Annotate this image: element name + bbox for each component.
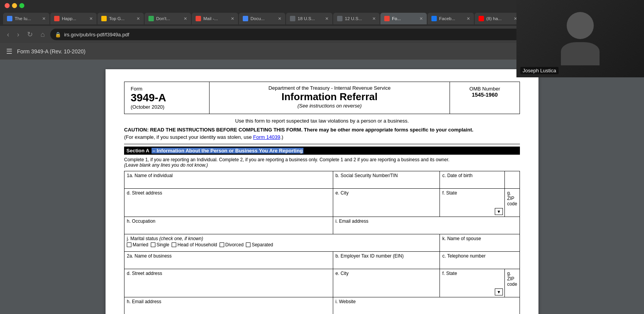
video-overlay: Joseph Lustica xyxy=(516,0,644,77)
form-label: Form xyxy=(131,86,203,92)
field-1a-input[interactable] xyxy=(127,178,331,187)
section-a-title: – Information About the Person or Busine… xyxy=(152,148,303,154)
head-of-household-label: Head of Household xyxy=(177,242,217,247)
tab-close-button[interactable]: ✕ xyxy=(278,16,281,21)
field-1d-input[interactable] xyxy=(127,196,331,204)
field-2a-input[interactable] xyxy=(127,259,331,267)
tab-close-button[interactable]: ✕ xyxy=(419,16,423,21)
tab-label: Happ... xyxy=(62,16,76,21)
refresh-button[interactable]: ↻ xyxy=(25,29,35,40)
omb-number: 1545-1960 xyxy=(456,92,513,98)
head-of-household-checkbox[interactable] xyxy=(172,242,176,247)
field-2d-input[interactable] xyxy=(127,276,331,285)
field-2b: b. Employer Tax ID number (EIN) xyxy=(333,252,440,269)
tab-favicon xyxy=(7,16,12,21)
pdf-page: Form 3949-A (October 2020) Department of… xyxy=(106,69,538,314)
tab-close-button[interactable]: ✕ xyxy=(467,16,470,21)
close-button[interactable] xyxy=(5,3,10,8)
browser-tab-tab4[interactable]: Don't... ✕ xyxy=(145,13,191,24)
video-participant-name: Joseph Lustica xyxy=(520,67,559,74)
tab-favicon xyxy=(196,16,201,21)
field-1f-input[interactable] xyxy=(442,196,502,204)
single-checkbox[interactable] xyxy=(151,242,155,247)
browser-tab-tab7[interactable]: 18 U.S... ✕ xyxy=(286,13,332,24)
separated-checkbox[interactable] xyxy=(246,242,250,247)
tab-close-button[interactable]: ✕ xyxy=(89,16,93,21)
browser-tab-tab11[interactable]: (8) ha... ✕ xyxy=(475,13,521,24)
field-1i-input[interactable] xyxy=(336,224,517,232)
field-1i: i. Email address xyxy=(333,217,520,234)
divorced-option: Divorced xyxy=(220,242,244,247)
tab-label: Don't... xyxy=(156,16,170,21)
browser-tab-tab10[interactable]: Faceb... ✕ xyxy=(428,13,474,24)
video-feed xyxy=(516,0,644,77)
section-a-header: Section A – Information About the Person… xyxy=(124,147,520,155)
browser-tab-tab8[interactable]: 12 U.S... ✕ xyxy=(333,13,380,24)
field-2e-input[interactable] xyxy=(336,276,438,285)
pdf-menu-icon[interactable]: ☰ xyxy=(6,47,12,56)
browser-tab-tab1[interactable]: The Iu... ✕ xyxy=(3,13,49,24)
tab-favicon xyxy=(101,16,107,21)
tab-close-button[interactable]: ✕ xyxy=(231,16,234,21)
tab-close-button[interactable]: ✕ xyxy=(136,16,140,21)
browser-tab-tab2[interactable]: Happ... ✕ xyxy=(50,13,97,24)
content-area: Form 3949-A (October 2020) Department of… xyxy=(0,60,644,314)
browser-tab-tab9[interactable]: Fo... ✕ xyxy=(380,13,427,24)
field-1e-input[interactable] xyxy=(336,196,438,204)
department-name: Department of the Treasury - Internal Re… xyxy=(216,85,443,91)
tab-label: (8) ha... xyxy=(486,16,502,21)
tab-close-button[interactable]: ✕ xyxy=(372,16,376,21)
field-2g: g. ZIP code xyxy=(504,269,520,297)
tab-close-button[interactable]: ✕ xyxy=(42,16,46,21)
field-1h-input[interactable] xyxy=(127,224,331,232)
table-row: h. Email address i. Website xyxy=(124,297,520,314)
marital-status-row: j. Marital status (check one, if known) … xyxy=(124,234,520,252)
back-button[interactable]: ‹ xyxy=(5,29,12,40)
field-2f-input[interactable] xyxy=(442,276,502,285)
state-dropdown-1[interactable]: ▼ xyxy=(495,208,503,215)
divorced-checkbox[interactable] xyxy=(220,242,224,247)
table-row: d. Street address e. City f. State ▼ g. … xyxy=(124,189,520,217)
caution-text: CAUTION: READ THE INSTRUCTIONS BEFORE CO… xyxy=(124,127,520,133)
tab-close-button[interactable]: ✕ xyxy=(325,16,329,21)
maximize-button[interactable] xyxy=(19,3,24,8)
field-2b-input[interactable] xyxy=(336,259,438,267)
field-1g-input[interactable] xyxy=(507,206,517,215)
home-button[interactable]: ⌂ xyxy=(38,29,47,40)
forward-button[interactable]: › xyxy=(15,29,22,40)
form-id-block: Form 3949-A (October 2020) xyxy=(124,82,210,114)
section-divider xyxy=(124,144,520,144)
spouse-name-input[interactable] xyxy=(442,241,517,250)
minimize-button[interactable] xyxy=(12,3,17,8)
browser-tab-tab3[interactable]: Top G... ✕ xyxy=(97,13,144,24)
field-2g-input[interactable] xyxy=(507,287,517,295)
browser-tab-tab5[interactable]: Mail -... ✕ xyxy=(192,13,238,24)
separated-option: Separated xyxy=(246,242,273,247)
field-2d: d. Street address xyxy=(124,269,333,297)
married-checkbox[interactable] xyxy=(127,242,131,247)
field-1g: g. ZIP code xyxy=(504,189,520,217)
url-text: irs.gov/pub/irs-pdf/f3949a.pdf xyxy=(64,32,129,38)
tab-close-button[interactable]: ✕ xyxy=(184,16,187,21)
field-1c-input[interactable] xyxy=(442,178,502,187)
tab-label: 18 U.S... xyxy=(298,16,315,21)
caution-note: (For example, if you suspect your identi… xyxy=(124,134,520,140)
section-a-label: Section A xyxy=(126,148,149,154)
field-1f: f. State ▼ xyxy=(440,189,505,217)
field-2h: h. Email address xyxy=(124,297,333,314)
field-2h-input[interactable] xyxy=(127,304,331,313)
state-dropdown-2[interactable]: ▼ xyxy=(495,288,503,295)
field-2i-input[interactable] xyxy=(336,304,517,313)
form-subtitle: (See instructions on reverse) xyxy=(216,103,443,109)
browser-tab-tab6[interactable]: Docu... ✕ xyxy=(239,13,285,24)
form14039-link[interactable]: Form 14039 xyxy=(253,134,280,140)
tab-favicon xyxy=(290,16,295,21)
pdf-title: Form 3949-A (Rev. 10-2020) xyxy=(17,48,523,55)
person-head xyxy=(567,12,594,39)
omb-label: OMB Number xyxy=(456,86,513,92)
field-2i: i. Website xyxy=(333,297,520,314)
complete-instructions: Complete 1, if you are reporting an Indi… xyxy=(124,157,520,168)
field-1b-input[interactable] xyxy=(336,178,438,187)
field-2c-input[interactable] xyxy=(442,259,517,267)
address-bar[interactable]: 🔒 irs.gov/pub/irs-pdf/f3949a.pdf xyxy=(50,29,551,40)
